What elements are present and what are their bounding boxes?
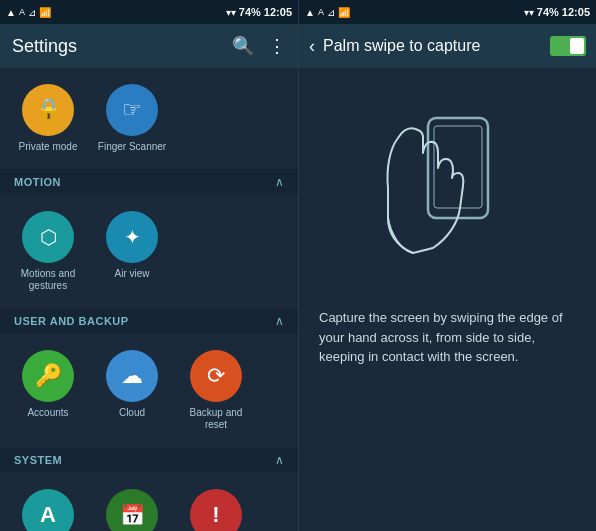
- motions-gestures-icon: ⬡: [22, 211, 74, 263]
- accounts-label: Accounts: [27, 407, 68, 419]
- left-top-bar: Settings 🔍 ⋮: [0, 24, 298, 68]
- search-icon[interactable]: 🔍: [232, 35, 254, 57]
- motion-header-text: MOTION: [14, 176, 61, 188]
- private-mode-label: Private mode: [19, 141, 78, 153]
- user-backup-header-text: USER AND BACKUP: [14, 315, 129, 327]
- toggle-knob: [570, 38, 584, 54]
- motion-chevron-icon: ∧: [275, 175, 284, 189]
- right-battery-text: 74%: [537, 6, 559, 18]
- wifi-signal-icon: ▾▾: [226, 7, 236, 18]
- system-section-header[interactable]: SYSTEM ∧: [0, 447, 298, 473]
- right-signal-bars-icon: ▾▾: [524, 7, 534, 18]
- user-backup-chevron-icon: ∧: [275, 314, 284, 328]
- left-battery-text: 74%: [239, 6, 261, 18]
- top-bar-actions: 🔍 ⋮: [232, 35, 286, 57]
- palm-swipe-illustration: [368, 88, 528, 288]
- right-time: 12:05: [562, 6, 590, 18]
- right-panel: ▲ A ⊿ 📶 ▾▾ 74% 12:05 ‹ Palm swipe to cap…: [298, 0, 596, 531]
- a-icon: A: [19, 7, 25, 17]
- toggle-switch[interactable]: [550, 36, 586, 56]
- system-items-grid: A Language and input 📅 Date and time ! S…: [0, 473, 298, 531]
- palm-swipe-description: Capture the screen by swiping the edge o…: [319, 308, 576, 367]
- motion-section-header[interactable]: MOTION ∧: [0, 169, 298, 195]
- cloud-label: Cloud: [119, 407, 145, 419]
- left-status-bar: ▲ A ⊿ 📶 ▾▾ 74% 12:05: [0, 0, 298, 24]
- finger-scanner-icon: ☞: [106, 84, 158, 136]
- motions-gestures-item[interactable]: ⬡ Motions and gestures: [8, 205, 88, 298]
- signal-icon: ⊿: [28, 7, 36, 18]
- right-status-icons-left: ▲ A ⊿ 📶: [305, 7, 350, 18]
- system-chevron-icon: ∧: [275, 453, 284, 467]
- safety-assistance-item[interactable]: ! Safety assistance: [176, 483, 256, 531]
- finger-scanner-label: Finger Scanner: [98, 141, 166, 153]
- right-signal-icon: ⊿: [327, 7, 335, 18]
- back-button[interactable]: ‹: [309, 36, 315, 57]
- left-time: 12:05: [264, 6, 292, 18]
- air-view-label: Air view: [114, 268, 149, 280]
- right-triangle-icon: ▲: [305, 7, 315, 18]
- motions-gestures-label: Motions and gestures: [12, 268, 84, 292]
- right-top-bar: ‹ Palm swipe to capture: [299, 24, 596, 68]
- accounts-icon: 🔑: [22, 350, 74, 402]
- user-backup-items-grid: 🔑 Accounts ☁ Cloud ⟳ Backup and reset: [0, 334, 298, 447]
- more-icon[interactable]: ⋮: [268, 35, 286, 57]
- right-a-icon: A: [318, 7, 324, 17]
- finger-scanner-item[interactable]: ☞ Finger Scanner: [92, 78, 172, 159]
- right-status-bar: ▲ A ⊿ 📶 ▾▾ 74% 12:05: [299, 0, 596, 24]
- left-status-icons-right: ▾▾ 74% 12:05: [226, 6, 292, 18]
- user-backup-section-header[interactable]: USER AND BACKUP ∧: [0, 308, 298, 334]
- cloud-icon: ☁: [106, 350, 158, 402]
- cloud-item[interactable]: ☁ Cloud: [92, 344, 172, 437]
- right-content: Capture the screen by swiping the edge o…: [299, 68, 596, 531]
- language-input-icon: A: [22, 489, 74, 531]
- settings-title: Settings: [12, 36, 77, 57]
- backup-reset-item[interactable]: ⟳ Backup and reset: [176, 344, 256, 437]
- private-mode-icon: 🔒: [22, 84, 74, 136]
- palm-swipe-title: Palm swipe to capture: [323, 37, 542, 55]
- motion-items-grid: ⬡ Motions and gestures ✦ Air view: [0, 195, 298, 308]
- right-status-icons-right: ▾▾ 74% 12:05: [524, 6, 590, 18]
- air-view-icon: ✦: [106, 211, 158, 263]
- backup-reset-icon: ⟳: [190, 350, 242, 402]
- settings-content: 🔒 Private mode ☞ Finger Scanner MOTION ∧…: [0, 68, 298, 531]
- svg-rect-1: [434, 126, 482, 208]
- system-header-text: SYSTEM: [14, 454, 62, 466]
- left-status-icons-left: ▲ A ⊿ 📶: [6, 7, 51, 18]
- svg-line-4: [452, 171, 453, 178]
- private-mode-item[interactable]: 🔒 Private mode: [8, 78, 88, 159]
- backup-reset-label: Backup and reset: [180, 407, 252, 431]
- accounts-item[interactable]: 🔑 Accounts: [8, 344, 88, 437]
- right-wifi-icon: 📶: [338, 7, 350, 18]
- date-time-icon: 📅: [106, 489, 158, 531]
- air-view-item[interactable]: ✦ Air view: [92, 205, 172, 298]
- language-input-item[interactable]: A Language and input: [8, 483, 88, 531]
- triangle-icon: ▲: [6, 7, 16, 18]
- safety-assistance-icon: !: [190, 489, 242, 531]
- wifi-icon: 📶: [39, 7, 51, 18]
- left-panel: ▲ A ⊿ 📶 ▾▾ 74% 12:05 Settings 🔍 ⋮ 🔒 Priv…: [0, 0, 298, 531]
- top-items-grid: 🔒 Private mode ☞ Finger Scanner: [0, 68, 298, 169]
- date-time-item[interactable]: 📅 Date and time: [92, 483, 172, 531]
